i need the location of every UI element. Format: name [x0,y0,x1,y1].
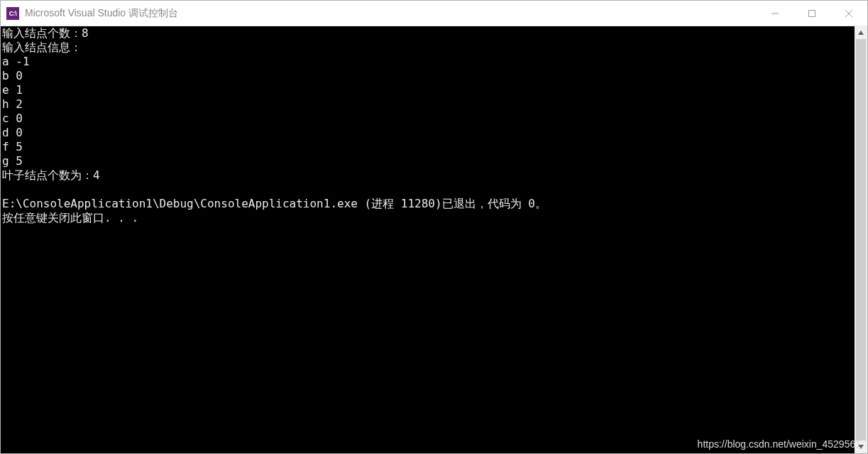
svg-rect-1 [809,10,815,16]
console-output[interactable]: 输入结点个数：8 输入结点信息： a -1 b 0 e 1 h 2 c 0 d … [1,26,855,453]
maximize-icon [808,9,816,18]
vertical-scrollbar[interactable] [855,26,867,453]
maximize-button[interactable] [793,1,830,26]
scroll-down-button[interactable] [855,441,867,453]
chevron-down-icon [858,445,864,449]
window-title: Microsoft Visual Studio 调试控制台 [25,7,757,20]
console-wrap: 输入结点个数：8 输入结点信息： a -1 b 0 e 1 h 2 c 0 d … [1,26,867,453]
close-icon [845,9,853,18]
scroll-thumb[interactable] [856,39,866,441]
window: C:\ Microsoft Visual Studio 调试控制台 输入结点个数… [0,0,868,454]
minimize-button[interactable] [757,1,793,26]
chevron-up-icon [858,31,864,35]
minimize-icon [771,9,779,18]
close-button[interactable] [830,1,867,26]
window-controls [757,1,867,26]
scroll-up-button[interactable] [855,26,867,39]
scroll-track[interactable] [855,39,867,441]
app-icon: C:\ [6,7,19,20]
titlebar[interactable]: C:\ Microsoft Visual Studio 调试控制台 [1,1,867,26]
